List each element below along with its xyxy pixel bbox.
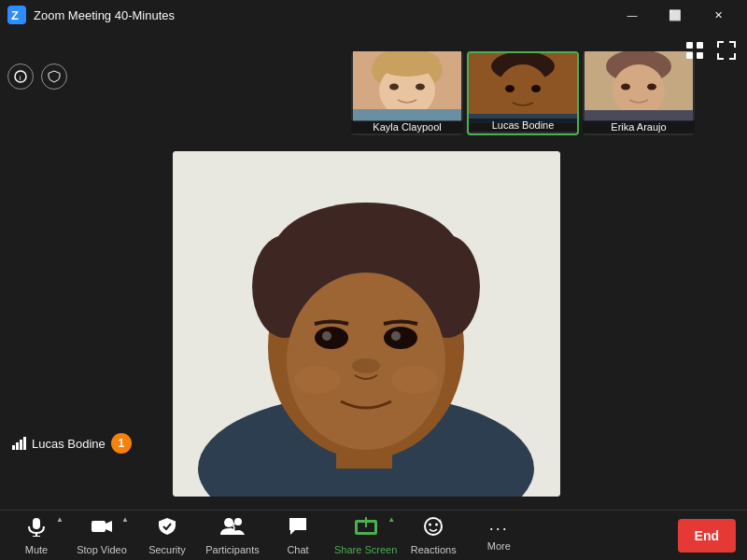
participant-kayla-label: Kayla Claypool — [351, 120, 463, 133]
svg-point-14 — [505, 85, 514, 92]
reactions-label: Reactions — [411, 544, 457, 555]
fullscreen-icon — [716, 40, 737, 61]
security-icon — [157, 516, 177, 542]
share-screen-icon — [354, 516, 378, 542]
svg-rect-44 — [16, 442, 19, 450]
svg-point-12 — [497, 64, 549, 120]
chat-button[interactable]: Chat — [265, 511, 331, 560]
main-area: Kayla Claypool Lucas Bodine — [0, 30, 747, 510]
svg-point-20 — [621, 84, 630, 91]
emoji-icon: + — [423, 516, 444, 537]
svg-point-40 — [352, 358, 380, 373]
participants-button[interactable]: 3 Participants — [200, 511, 265, 560]
svg-rect-24 — [686, 52, 693, 59]
svg-point-39 — [391, 331, 401, 341]
svg-point-15 — [531, 85, 541, 92]
more-label: More — [487, 540, 511, 552]
shield-icon — [48, 70, 61, 83]
mute-icon — [26, 516, 47, 542]
svg-rect-25 — [697, 52, 703, 59]
camera-icon — [91, 516, 113, 537]
microphone-icon — [26, 516, 47, 537]
svg-rect-47 — [33, 518, 40, 529]
erika-face-svg — [585, 51, 693, 121]
svg-marker-51 — [106, 521, 112, 532]
svg-point-8 — [389, 84, 399, 91]
chat-label: Chat — [287, 544, 308, 555]
participant-count: 3 — [230, 521, 235, 532]
security-button[interactable]: Security — [134, 511, 200, 560]
window-title: Zoom Meeting 40-Minutes — [34, 8, 611, 22]
svg-point-53 — [234, 518, 242, 525]
svg-point-37 — [384, 327, 417, 349]
fullscreen-button[interactable] — [713, 37, 740, 63]
more-button[interactable]: ··· More — [466, 511, 531, 560]
participant-kayla[interactable]: Kayla Claypool — [351, 51, 463, 135]
participant-lucas-label: Lucas Bodine — [469, 119, 577, 132]
participant-lucas[interactable]: Lucas Bodine — [467, 51, 579, 135]
shield-toolbar-icon — [157, 516, 177, 537]
svg-rect-46 — [23, 437, 26, 450]
participant-erika-label: Erika Araujo — [583, 120, 695, 133]
share-icon — [354, 516, 378, 537]
speaker-name-label: Lucas Bodine — [32, 437, 106, 451]
share-screen-label: Share Screen — [334, 544, 397, 555]
top-left-controls: i — [7, 63, 67, 90]
svg-rect-23 — [697, 42, 703, 49]
stop-video-button[interactable]: ▲ Stop Video — [69, 511, 134, 560]
title-bar: Z Zoom Meeting 40-Minutes — ⬜ ✕ — [0, 0, 747, 30]
close-button[interactable]: ✕ — [697, 0, 740, 30]
reactions-icon: + — [423, 516, 444, 542]
notification-badge: 1 — [111, 433, 132, 454]
kayla-face-svg — [353, 51, 461, 121]
chat-icon — [288, 516, 308, 542]
svg-point-38 — [322, 331, 331, 341]
signal-icon — [11, 436, 26, 451]
window-controls: — ⬜ ✕ — [611, 0, 740, 30]
toolbar: ▲ Mute ▲ Stop Video Security — [0, 510, 747, 560]
strip-controls — [682, 37, 740, 63]
info-button[interactable]: i — [7, 63, 34, 90]
main-speaker-face — [173, 151, 560, 497]
more-icon: ··· — [489, 519, 509, 539]
reactions-button[interactable]: + Reactions — [401, 511, 466, 560]
main-video — [173, 151, 560, 497]
share-caret[interactable]: ▲ — [388, 515, 395, 524]
svg-text:+: + — [438, 517, 443, 525]
zoom-icon: Z — [7, 6, 26, 24]
share-screen-button[interactable]: ▲ Share Screen — [331, 511, 401, 560]
svg-text:i: i — [20, 74, 21, 82]
grid-view-button[interactable] — [682, 37, 708, 63]
participants-icon: 3 — [220, 516, 245, 542]
svg-text:Z: Z — [11, 8, 19, 22]
info-icon: i — [14, 70, 27, 83]
stop-video-label: Stop Video — [77, 544, 127, 555]
minimize-button[interactable]: — — [611, 0, 654, 30]
end-button[interactable]: End — [678, 519, 736, 553]
participant-erika[interactable]: Erika Araujo — [583, 51, 695, 135]
svg-rect-43 — [12, 445, 15, 450]
chat-bubble-icon — [288, 516, 308, 537]
lucas-thumb-svg — [469, 53, 577, 123]
participants-label: Participants — [205, 544, 259, 555]
svg-point-42 — [391, 366, 438, 394]
svg-point-59 — [429, 523, 431, 525]
video-icon — [91, 516, 113, 542]
svg-point-9 — [416, 84, 425, 91]
shield-button[interactable] — [41, 63, 67, 90]
video-caret[interactable]: ▲ — [121, 515, 129, 524]
svg-rect-50 — [92, 521, 106, 532]
maximize-button[interactable]: ⬜ — [654, 0, 697, 30]
bottom-name-area: Lucas Bodine 1 — [11, 433, 132, 454]
svg-rect-22 — [686, 42, 693, 49]
grid-icon — [684, 40, 705, 61]
svg-point-18 — [613, 64, 665, 117]
svg-point-36 — [315, 327, 348, 349]
mute-label: Mute — [25, 544, 48, 555]
mute-caret[interactable]: ▲ — [56, 515, 63, 524]
svg-point-21 — [647, 84, 656, 91]
participant-strip: Kayla Claypool Lucas Bodine — [0, 30, 747, 149]
mute-button[interactable]: ▲ Mute — [4, 511, 69, 560]
svg-rect-45 — [20, 440, 22, 450]
svg-point-41 — [294, 366, 341, 394]
